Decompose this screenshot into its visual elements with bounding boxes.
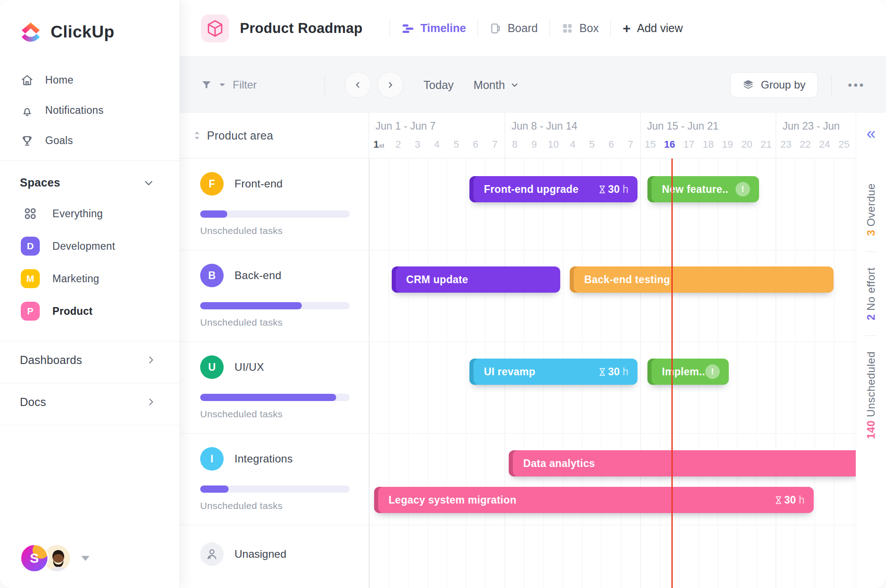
sidebar-item-dashboards[interactable]: Dashboards (0, 341, 179, 378)
tab-box[interactable]: Box (562, 22, 599, 35)
sidebar-item-home[interactable]: Home (0, 65, 179, 95)
filter-caret-icon (219, 83, 225, 87)
tab-label: Board (507, 22, 538, 35)
day-header: 7 (485, 139, 505, 150)
day-header: 8 (505, 139, 525, 150)
spaces-header[interactable]: Spaces (0, 161, 179, 189)
sidebar-item-everything[interactable]: Everything (0, 197, 179, 230)
user-menu-caret[interactable] (81, 556, 89, 561)
add-view-button[interactable]: + Add view (623, 22, 683, 35)
toolbar: Filter Today Month Group by ••• (180, 56, 886, 113)
sidebar-item-goals[interactable]: Goals (0, 126, 179, 156)
row-name: UI/UX (234, 361, 264, 373)
view-tabs: Timeline Board Box + Add view (378, 19, 683, 37)
clickup-logo-text: ClickUp (51, 23, 114, 42)
unscheduled-tasks-label[interactable]: Unscheduled tasks (200, 317, 369, 328)
sidebar-item-docs[interactable]: Docs (0, 383, 179, 420)
filter-button[interactable]: Filter (201, 79, 257, 91)
divider (324, 75, 325, 95)
unscheduled-tasks-label[interactable]: Unscheduled tasks (200, 409, 369, 420)
duration-value: 30 (784, 494, 796, 506)
panel-label: Overdue (865, 183, 877, 230)
clickup-logo[interactable]: ClickUp (0, 0, 179, 45)
sidebar-nav: Home Notifications Goals (0, 65, 179, 156)
day-header: 20 (737, 139, 757, 150)
panel-item-overdue[interactable]: 3 Overdue (865, 183, 877, 236)
row-track: Front-end upgrade30hNew feature..! (369, 159, 856, 250)
chevron-right-icon (146, 355, 156, 365)
tab-board[interactable]: Board (490, 22, 538, 35)
duration-unit: h (799, 494, 805, 506)
column-header-label: Product area (207, 129, 273, 142)
filter-label: Filter (233, 79, 257, 91)
zoom-level-select[interactable]: Month (473, 79, 518, 92)
day-header: 6 (466, 139, 485, 150)
space-badge-m: M (21, 269, 40, 288)
task-bar[interactable]: Front-end upgrade30h (469, 176, 638, 202)
workspace-avatar[interactable]: S (20, 544, 49, 573)
chevron-down-icon (511, 81, 519, 89)
task-bar[interactable]: Data analytics (509, 450, 856, 476)
collapse-panel-icon[interactable]: « (867, 126, 876, 142)
task-bar[interactable]: CRM update (392, 266, 560, 293)
task-bar-label: Back-end testing (584, 274, 670, 286)
week-column: Jun 1 - Jun 71st234567 (369, 113, 505, 158)
right-side-panel: « 3 Overdue2 No effort140 Unscheduled (856, 113, 886, 588)
task-bar[interactable]: Implem..! (647, 359, 729, 385)
panel-stack: 3 Overdue2 No effort140 Unscheduled (865, 183, 877, 439)
group-by-button[interactable]: Group by (730, 72, 818, 98)
panel-item-unscheduled[interactable]: 140 Unscheduled (865, 351, 877, 439)
table-row: FFront-endUnscheduled tasksFront-end upg… (180, 159, 856, 250)
row-label-cell[interactable]: IIntegrationsUnscheduled tasks (180, 434, 369, 525)
unscheduled-tasks-label[interactable]: Unscheduled tasks (200, 500, 369, 511)
week-column: Jun 23 - Jun23222425 (776, 113, 856, 158)
task-duration: 30h (599, 366, 628, 378)
day-header: 19 (718, 139, 737, 150)
prev-period-button[interactable] (345, 72, 371, 98)
row-head: UUI/UX (200, 355, 369, 379)
duration-value: 30 (608, 366, 620, 378)
chevron-left-icon (354, 81, 362, 89)
sidebar-item-product[interactable]: P Product (0, 295, 179, 327)
today-button[interactable]: Today (423, 79, 454, 92)
progress-fill (200, 394, 336, 401)
panel-item-no-effort[interactable]: 2 No effort (865, 267, 877, 320)
task-bar[interactable]: Back-end testing (570, 266, 834, 293)
row-label-cell[interactable]: UUI/UXUnscheduled tasks (180, 342, 369, 433)
day-header: 9 (525, 139, 544, 150)
row-track: CRM updateBack-end testing (369, 250, 856, 341)
tab-label: Timeline (420, 22, 466, 35)
task-bar[interactable]: Legacy system migration30h (374, 487, 814, 513)
row-label-cell[interactable]: Unasigned (180, 525, 369, 588)
row-label-cell[interactable]: BBack-endUnscheduled tasks (180, 250, 369, 341)
task-bar[interactable]: UI revamp30h (469, 359, 638, 385)
progress-bar (200, 394, 350, 401)
unscheduled-tasks-label[interactable]: Unscheduled tasks (200, 225, 369, 236)
sidebar-item-development[interactable]: D Development (0, 230, 179, 262)
progress-fill (200, 210, 227, 218)
divider (831, 75, 832, 95)
alert-icon: ! (705, 364, 720, 379)
task-bar-label: Legacy system migration (389, 494, 516, 506)
table-row: BBack-endUnscheduled tasksCRM updateBack… (180, 250, 856, 342)
task-bar-label: CRM update (406, 274, 468, 286)
row-head: BBack-end (200, 264, 369, 287)
week-range-label: Jun 8 - Jun 14 (505, 120, 640, 132)
tab-timeline[interactable]: Timeline (402, 22, 466, 35)
tab-label: Box (579, 22, 599, 35)
sort-icon (193, 131, 201, 140)
link-label: Docs (20, 396, 46, 409)
sidebar-item-notifications[interactable]: Notifications (0, 95, 179, 126)
product-area-header[interactable]: Product area (180, 113, 369, 158)
next-period-button[interactable] (377, 72, 403, 98)
task-bar[interactable]: New feature..! (647, 176, 759, 202)
day-header: 5 (582, 139, 602, 150)
layers-icon (742, 79, 754, 91)
sidebar-item-marketing[interactable]: M Marketing (0, 262, 179, 295)
row-label-cell[interactable]: FFront-endUnscheduled tasks (180, 159, 369, 250)
more-options-button[interactable]: ••• (845, 79, 868, 92)
row-head: IIntegrations (200, 447, 369, 471)
chevron-down-icon[interactable] (143, 177, 154, 188)
day-header: 1st (369, 139, 389, 150)
row-avatar: U (200, 355, 224, 379)
